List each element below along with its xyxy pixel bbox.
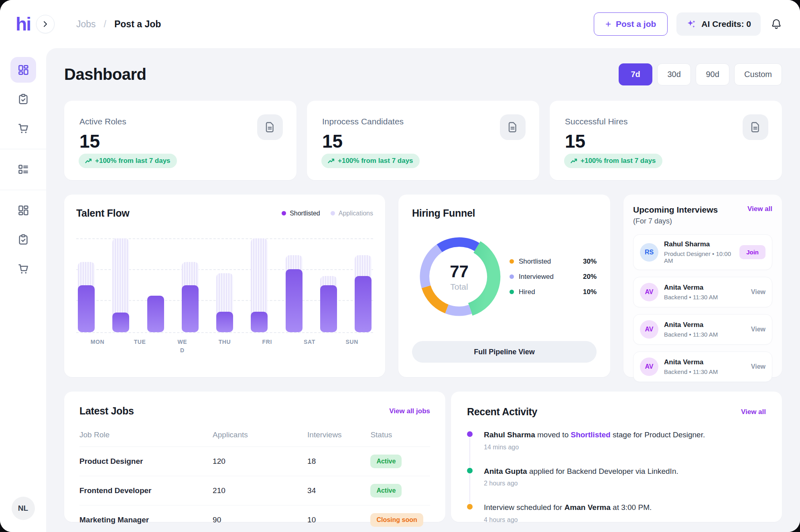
job-role: Marketing Manager — [79, 506, 213, 532]
bar-shortlisted — [355, 276, 372, 332]
view-button[interactable]: View — [751, 363, 765, 370]
hiring-funnel-card: Hiring Funnel 77 Total — [398, 195, 610, 377]
funnel-total-value: 77 — [450, 262, 469, 281]
bar-shortlisted — [78, 285, 95, 332]
table-row[interactable]: Product Designer 120 18 Active — [79, 447, 430, 476]
bar-shortlisted — [320, 285, 337, 332]
gridline — [76, 332, 373, 333]
activity-item: Anita Gupta applied for Backend Develope… — [467, 466, 766, 503]
breadcrumb: Jobs / Post a Job — [76, 19, 161, 30]
view-all-jobs-link[interactable]: View all jobs — [389, 407, 430, 415]
sidebar-item-tasks-2[interactable] — [10, 227, 36, 252]
sparkles-icon — [686, 19, 696, 29]
col-header-job-role: Job Role — [79, 426, 213, 447]
legend-dot — [282, 211, 286, 215]
bar-group — [251, 238, 268, 332]
interview-item[interactable]: AV Anita Verma Backend • 11:30 AM View — [633, 351, 772, 382]
clipboard-check-icon — [17, 234, 29, 246]
breadcrumb-separator: / — [104, 19, 106, 30]
legend-dot — [510, 259, 514, 264]
talent-flow-card: Talent Flow Shortlisted Applications — [64, 195, 385, 377]
view-button[interactable]: View — [751, 288, 765, 296]
filter-30d[interactable]: 30d — [657, 63, 691, 85]
legend-row-shortlisted: Shortlisted 30% — [510, 258, 597, 266]
interview-meta: Product Designer • 10:00 AM — [664, 250, 734, 264]
x-axis-label: SUN — [345, 338, 358, 355]
filter-custom[interactable]: Custom — [734, 63, 782, 85]
trending-up-icon — [328, 158, 335, 164]
table-row[interactable]: Frontend Developer 210 34 Active — [79, 476, 430, 506]
stat-value: 15 — [565, 130, 767, 152]
cart-icon — [17, 263, 29, 275]
activity-view-all-link[interactable]: View all — [741, 408, 766, 416]
bar-group — [147, 238, 164, 332]
bar-shortlisted — [182, 285, 199, 332]
post-job-label: Post a job — [616, 19, 656, 29]
interviewee-name: Anita Verma — [664, 284, 745, 292]
filter-90d[interactable]: 90d — [696, 63, 729, 85]
chevron-right-icon — [42, 21, 49, 27]
bar-group — [182, 238, 199, 332]
filter-7d[interactable]: 7d — [619, 63, 652, 85]
x-axis-label: MON — [91, 338, 104, 355]
sidebar-item-cart-2[interactable] — [10, 256, 36, 282]
talent-flow-legend: Shortlisted Applications — [282, 210, 373, 217]
clipboard-check-icon — [17, 93, 29, 105]
ai-credits-pill[interactable]: AI Credits: 0 — [676, 12, 761, 36]
sidebar-item-list[interactable] — [10, 156, 36, 182]
bar-shortlisted — [286, 269, 303, 332]
sidebar-item-grid-2[interactable] — [10, 197, 36, 223]
interview-item[interactable]: AV Anita Verma Backend • 11:30 AM View — [633, 314, 772, 345]
app-frame: hi Jobs / Post a Job + Post a job AI Cre… — [0, 0, 800, 532]
activity-text: Rahul Sharma moved to Shortlisted stage … — [484, 430, 766, 440]
topbar-actions: + Post a job AI Credits: 0 — [594, 12, 800, 36]
table-row[interactable]: Marketing Manager 90 10 Closing soon — [79, 506, 430, 532]
activity-item: Rahul Sharma moved to Shortlisted stage … — [467, 430, 766, 466]
upcoming-view-all-link[interactable]: View all — [747, 205, 772, 213]
sidebar-item-tasks[interactable] — [10, 86, 36, 112]
status-badge: Active — [370, 484, 402, 497]
stat-label: Successful Hires — [565, 117, 767, 126]
plus-icon: + — [605, 19, 611, 29]
notifications-button[interactable] — [770, 17, 783, 31]
interviewee-name: Anita Verma — [664, 321, 745, 329]
bar-shortlisted — [216, 312, 233, 332]
bell-icon — [770, 18, 782, 30]
legend-dot — [510, 290, 514, 294]
sidebar-item-cart[interactable] — [10, 116, 36, 141]
view-button[interactable]: View — [751, 326, 765, 333]
breadcrumb-section[interactable]: Jobs — [76, 19, 96, 30]
breadcrumb-current: Post a Job — [114, 19, 161, 30]
trending-up-icon — [571, 158, 578, 164]
bar-shortlisted — [251, 312, 268, 332]
main-content: Dashboard 7d 30d 90d Custom Active Roles… — [46, 48, 800, 532]
x-axis-label: SAT — [303, 338, 316, 355]
activity-time: 2 hours ago — [484, 480, 766, 487]
talent-flow-bars — [76, 238, 373, 332]
sidebar-collapse-button[interactable] — [36, 15, 55, 33]
job-role: Product Designer — [79, 447, 213, 476]
activity-text: Anita Gupta applied for Backend Develope… — [484, 466, 766, 477]
document-icon — [257, 114, 283, 140]
stat-card-active-roles: Active Roles 15 +100% from last 7 days — [64, 101, 296, 180]
date-range-filters: 7d 30d 90d Custom — [619, 63, 782, 85]
upcoming-title: Upcoming Interviews — [633, 205, 718, 215]
full-pipeline-button[interactable]: Full Pipeline View — [412, 341, 597, 363]
recent-activity-title: Recent Activity — [467, 406, 537, 418]
x-axis-label: WED — [176, 338, 189, 355]
job-applicants: 120 — [213, 447, 307, 476]
post-job-button[interactable]: + Post a job — [594, 12, 668, 36]
recent-activity-card: Recent Activity View all Rahul Sharma mo… — [451, 392, 782, 522]
upcoming-subtitle: (For 7 days) — [633, 217, 718, 225]
funnel-donut: 77 Total — [412, 229, 506, 324]
avatar: AV — [640, 320, 658, 339]
status-badge: Active — [370, 455, 402, 468]
interview-item[interactable]: AV Anita Verma Backend • 11:30 AM View — [633, 277, 772, 307]
sidebar-item-dashboard[interactable] — [10, 57, 36, 83]
join-button[interactable]: Join — [739, 245, 765, 259]
upcoming-interviews-card: Upcoming Interviews (For 7 days) View al… — [623, 195, 782, 377]
job-role: Frontend Developer — [79, 476, 213, 506]
interview-item[interactable]: RS Rahul Sharma Product Designer • 10:00… — [633, 234, 772, 270]
activity-time: 4 hours ago — [484, 516, 766, 524]
user-avatar[interactable]: NL — [12, 497, 35, 520]
